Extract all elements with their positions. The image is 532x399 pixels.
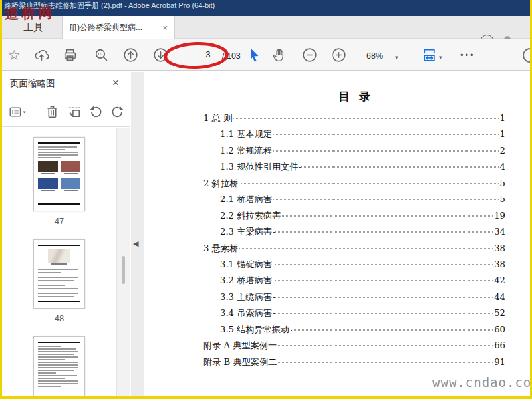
toc-entry[interactable]: 2.1 桥塔病害5 xyxy=(203,194,505,209)
thumbnail-header-rule xyxy=(38,142,80,144)
toc-dot-leader xyxy=(278,346,493,346)
fit-dropdown-caret-icon[interactable]: ▾ xyxy=(439,54,442,61)
toc-dot-leader xyxy=(273,232,493,233)
thumbnail-text-line xyxy=(38,386,61,387)
toc-entry[interactable]: 1.2 常规流程2 xyxy=(203,145,505,161)
toc-dot-leader xyxy=(273,264,493,265)
toc-entry[interactable]: 2 斜拉桥5 xyxy=(203,178,505,194)
thumbnail-text-line xyxy=(38,291,78,292)
thumbnail-page-number: 48 xyxy=(55,313,64,323)
toc-dot-leader xyxy=(278,362,493,362)
thumbnail-page-preview[interactable] xyxy=(33,137,85,211)
thumbnail-text-line xyxy=(38,267,78,268)
toc-title: 目 录 xyxy=(203,89,505,104)
toc-entry[interactable]: 1.3 规范性引用文件4 xyxy=(203,161,505,177)
toc-entry-label: 1.1 基本规定 xyxy=(220,128,272,140)
previous-page-icon[interactable] xyxy=(122,46,140,64)
zoom-dropdown-underline xyxy=(362,66,410,66)
extract-pages-icon[interactable] xyxy=(66,103,84,121)
close-tab-icon[interactable]: × xyxy=(162,23,168,32)
toc-entry-label: 2.2 斜拉索病害 xyxy=(220,210,281,222)
thumbnail-text-line xyxy=(38,364,78,366)
toc-entry[interactable]: 3.2 桥塔病害42 xyxy=(203,275,505,291)
thumbnail-text-line xyxy=(38,146,77,148)
toc-list: 1 总 则11.1 基本规定11.2 常规流程21.3 规范性引用文件42 斜拉… xyxy=(203,112,505,372)
fit-width-icon[interactable] xyxy=(420,46,438,64)
thumbnail-photo xyxy=(38,178,58,189)
thumbnail-photo-grid xyxy=(38,161,80,192)
favorites-star-icon[interactable]: ☆ xyxy=(5,46,23,64)
page-thumbnail[interactable]: 47 xyxy=(2,137,116,226)
share-cloud-icon[interactable] xyxy=(33,46,51,64)
toc-entry[interactable]: 附录 A 典型案例一66 xyxy=(203,340,505,356)
more-tools-icon[interactable]: ••• xyxy=(460,50,475,60)
rotate-ccw-icon[interactable] xyxy=(87,103,105,121)
toc-entry-label: 1.3 规范性引用文件 xyxy=(220,161,298,173)
page-thumbnail[interactable]: 48 xyxy=(2,239,116,323)
tab-bar: 工具 册)公路桥梁典型病... × ? xyxy=(0,16,532,39)
toc-dot-leader xyxy=(239,183,498,184)
tab-document[interactable]: 册)公路桥梁典型病... × xyxy=(62,16,175,39)
toc-entry[interactable]: 3.1 锚碇病害38 xyxy=(203,259,505,275)
thumbnail-text-line xyxy=(38,370,74,371)
toc-entry[interactable]: 3.4 吊索病害52 xyxy=(203,307,505,323)
toc-entry[interactable]: 2.2 斜拉索病害19 xyxy=(203,210,505,226)
thumbnail-photo-caption xyxy=(41,190,55,191)
toc-entry[interactable]: 3.3 主缆病害44 xyxy=(203,291,505,307)
panel-gutter: ◀ xyxy=(131,72,144,396)
panel-title: 页面缩略图 xyxy=(10,78,55,90)
thumbnail-text-line xyxy=(38,362,78,363)
search-icon[interactable] xyxy=(92,46,110,64)
thumbnail-options-icon[interactable] xyxy=(9,103,27,121)
zoom-in-icon[interactable] xyxy=(330,46,348,64)
toc-dot-leader xyxy=(273,134,499,135)
thumbnail-text-line xyxy=(38,280,74,281)
zoom-out-icon[interactable] xyxy=(301,46,319,64)
toc-entry-label: 3 悬索桥 xyxy=(203,243,238,255)
toc-dot-leader xyxy=(273,281,493,281)
zoom-dropdown-caret-icon[interactable]: ▾ xyxy=(395,54,398,61)
toc-entry[interactable]: 3 悬索桥38 xyxy=(203,243,505,259)
sidebar-scrollbar[interactable] xyxy=(116,128,130,396)
thumbnail-text-line xyxy=(38,346,61,347)
zoom-level-value[interactable]: 68% xyxy=(366,51,383,61)
toc-dot-leader xyxy=(273,313,493,314)
delete-pages-icon[interactable] xyxy=(43,103,61,121)
thumbnail-photo-caption xyxy=(64,173,78,174)
toc-dot-leader xyxy=(291,329,493,330)
toc-dot-leader xyxy=(299,167,498,168)
thumbnail-page-preview[interactable] xyxy=(33,336,85,396)
toc-entry-page: 1 xyxy=(500,129,505,139)
thumbnail-page-preview[interactable] xyxy=(33,239,85,309)
toc-entry-label: 附录 B 典型案例二 xyxy=(203,356,277,368)
window-title: 路桥梁典型病害维修加固手册 (2).pdf - Adobe Acrobat Pr… xyxy=(0,0,532,16)
thumbnail-header-rule xyxy=(38,245,80,246)
toc-container: 目 录 1 总 则11.1 基本规定11.2 常规流程21.3 规范性引用文件4… xyxy=(145,72,530,372)
toc-entry[interactable]: 3.5 结构异常振动60 xyxy=(203,324,505,340)
toc-entry-page: 91 xyxy=(494,357,505,367)
thumbnail-photo xyxy=(38,161,58,172)
collapse-panel-icon[interactable]: ◀ xyxy=(133,239,138,248)
panel-header: 页面缩略图 × xyxy=(2,72,130,97)
thumbnail-text-line xyxy=(38,367,78,368)
select-tool-icon[interactable] xyxy=(245,46,263,64)
thumbnail-text-line xyxy=(38,293,78,295)
toc-entry-page: 38 xyxy=(494,259,505,269)
thumbnail-photo xyxy=(61,161,80,172)
hand-tool-icon[interactable] xyxy=(270,46,288,64)
toc-entry[interactable]: 1 总 则1 xyxy=(203,112,505,128)
rotate-cw-icon[interactable] xyxy=(108,103,126,121)
thumbnail-footer-rule xyxy=(38,203,80,205)
toc-entry[interactable]: 附录 B 典型案例二91 xyxy=(203,356,505,372)
page-thumbnail[interactable]: 49 xyxy=(2,336,116,396)
print-icon[interactable] xyxy=(61,46,79,64)
toc-entry[interactable]: 2.3 主梁病害34 xyxy=(203,226,505,242)
thumbnail-text-line xyxy=(38,277,78,279)
gold-border-bottom xyxy=(0,396,532,399)
panel-close-icon[interactable]: × xyxy=(112,76,119,90)
toc-entry-label: 3.3 主缆病害 xyxy=(220,291,272,303)
toc-entry[interactable]: 1.1 基本规定1 xyxy=(203,128,505,144)
thumbnail-text-line xyxy=(38,351,78,352)
sidebar-scrollbar-thumb[interactable] xyxy=(122,256,125,284)
toc-entry-page: 44 xyxy=(494,292,505,302)
